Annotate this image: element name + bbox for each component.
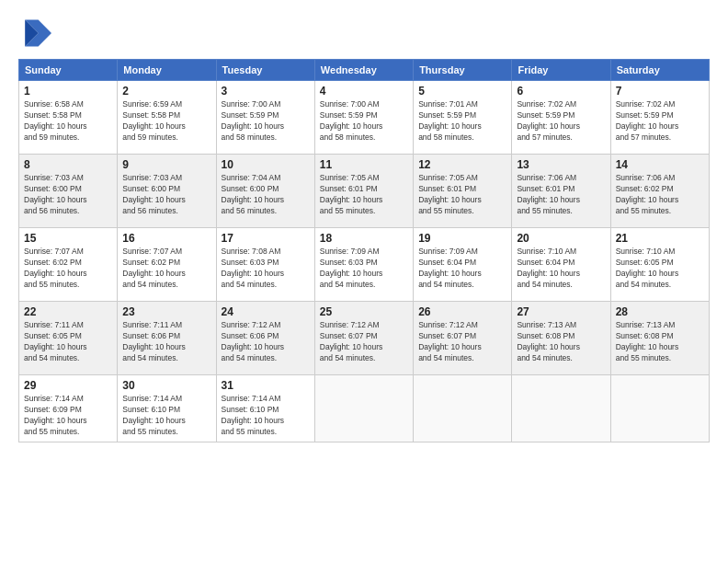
day-cell: 10Sunrise: 7:04 AM Sunset: 6:00 PM Dayli…: [216, 155, 314, 228]
day-cell: 31Sunrise: 7:14 AM Sunset: 6:10 PM Dayli…: [216, 375, 314, 442]
day-number: 25: [320, 305, 408, 318]
week-row-2: 8Sunrise: 7:03 AM Sunset: 6:00 PM Daylig…: [19, 155, 710, 228]
day-cell: 18Sunrise: 7:09 AM Sunset: 6:03 PM Dayli…: [314, 228, 413, 302]
day-cell: 6Sunrise: 7:02 AM Sunset: 5:59 PM Daylig…: [512, 81, 610, 155]
page: SundayMondayTuesdayWednesdayThursdayFrid…: [0, 0, 728, 563]
day-info: Sunrise: 7:00 AM Sunset: 5:59 PM Dayligh…: [320, 99, 408, 144]
day-info: Sunrise: 7:11 AM Sunset: 6:05 PM Dayligh…: [24, 320, 112, 364]
day-info: Sunrise: 7:03 AM Sunset: 6:00 PM Dayligh…: [24, 173, 112, 217]
day-info: Sunrise: 7:10 AM Sunset: 6:04 PM Dayligh…: [517, 247, 605, 291]
day-info: Sunrise: 7:06 AM Sunset: 6:02 PM Dayligh…: [616, 173, 704, 217]
day-info: Sunrise: 7:04 AM Sunset: 6:00 PM Dayligh…: [222, 173, 310, 217]
day-number: 5: [418, 85, 506, 98]
day-cell: [610, 375, 709, 442]
calendar: SundayMondayTuesdayWednesdayThursdayFrid…: [18, 59, 710, 442]
day-number: 20: [517, 232, 605, 245]
day-number: 21: [616, 232, 704, 245]
day-info: Sunrise: 7:09 AM Sunset: 6:03 PM Dayligh…: [320, 247, 408, 291]
day-of-week-sunday: Sunday: [19, 60, 118, 81]
week-row-3: 15Sunrise: 7:07 AM Sunset: 6:02 PM Dayli…: [19, 228, 710, 302]
day-number: 1: [24, 85, 112, 98]
day-of-week-monday: Monday: [118, 60, 216, 81]
day-cell: 13Sunrise: 7:06 AM Sunset: 6:01 PM Dayli…: [512, 155, 610, 228]
day-number: 15: [24, 232, 112, 245]
day-cell: 14Sunrise: 7:06 AM Sunset: 6:02 PM Dayli…: [610, 155, 709, 228]
day-info: Sunrise: 7:07 AM Sunset: 6:02 PM Dayligh…: [24, 247, 112, 291]
day-number: 24: [222, 305, 310, 318]
day-cell: 24Sunrise: 7:12 AM Sunset: 6:06 PM Dayli…: [216, 302, 314, 375]
day-cell: [414, 375, 512, 442]
day-cell: 20Sunrise: 7:10 AM Sunset: 6:04 PM Dayli…: [512, 228, 610, 302]
day-cell: [314, 375, 413, 442]
day-info: Sunrise: 7:01 AM Sunset: 5:59 PM Dayligh…: [418, 99, 506, 144]
day-number: 9: [122, 158, 210, 171]
day-number: 19: [418, 232, 506, 245]
day-of-week-wednesday: Wednesday: [314, 60, 413, 81]
week-row-1: 1Sunrise: 6:58 AM Sunset: 5:58 PM Daylig…: [19, 81, 710, 155]
day-cell: 1Sunrise: 6:58 AM Sunset: 5:58 PM Daylig…: [19, 81, 118, 155]
day-cell: 2Sunrise: 6:59 AM Sunset: 5:58 PM Daylig…: [118, 81, 216, 155]
day-cell: 7Sunrise: 7:02 AM Sunset: 5:59 PM Daylig…: [610, 81, 709, 155]
day-number: 31: [222, 379, 310, 392]
day-info: Sunrise: 7:13 AM Sunset: 6:08 PM Dayligh…: [616, 320, 704, 364]
header-row: SundayMondayTuesdayWednesdayThursdayFrid…: [19, 60, 710, 81]
day-info: Sunrise: 7:00 AM Sunset: 5:59 PM Dayligh…: [222, 99, 310, 144]
day-number: 18: [320, 232, 408, 245]
day-info: Sunrise: 7:02 AM Sunset: 5:59 PM Dayligh…: [616, 99, 704, 144]
week-row-5: 29Sunrise: 7:14 AM Sunset: 6:09 PM Dayli…: [19, 375, 710, 442]
day-cell: 27Sunrise: 7:13 AM Sunset: 6:08 PM Dayli…: [512, 302, 610, 375]
day-number: 6: [517, 85, 605, 98]
day-info: Sunrise: 7:14 AM Sunset: 6:09 PM Dayligh…: [24, 394, 112, 438]
day-cell: 23Sunrise: 7:11 AM Sunset: 6:06 PM Dayli…: [118, 302, 216, 375]
day-cell: 17Sunrise: 7:08 AM Sunset: 6:03 PM Dayli…: [216, 228, 314, 302]
day-info: Sunrise: 7:08 AM Sunset: 6:03 PM Dayligh…: [222, 247, 310, 291]
day-number: 26: [418, 305, 506, 318]
day-info: Sunrise: 7:05 AM Sunset: 6:01 PM Dayligh…: [320, 173, 408, 217]
day-info: Sunrise: 7:09 AM Sunset: 6:04 PM Dayligh…: [418, 247, 506, 291]
day-number: 13: [517, 158, 605, 171]
day-info: Sunrise: 7:12 AM Sunset: 6:06 PM Dayligh…: [222, 320, 310, 364]
day-cell: 21Sunrise: 7:10 AM Sunset: 6:05 PM Dayli…: [610, 228, 709, 302]
day-cell: 19Sunrise: 7:09 AM Sunset: 6:04 PM Dayli…: [414, 228, 512, 302]
day-cell: 8Sunrise: 7:03 AM Sunset: 6:00 PM Daylig…: [19, 155, 118, 228]
day-cell: 25Sunrise: 7:12 AM Sunset: 6:07 PM Dayli…: [314, 302, 413, 375]
day-cell: 16Sunrise: 7:07 AM Sunset: 6:02 PM Dayli…: [118, 228, 216, 302]
day-cell: 26Sunrise: 7:12 AM Sunset: 6:07 PM Dayli…: [414, 302, 512, 375]
day-cell: 29Sunrise: 7:14 AM Sunset: 6:09 PM Dayli…: [19, 375, 118, 442]
day-info: Sunrise: 7:11 AM Sunset: 6:06 PM Dayligh…: [122, 320, 210, 364]
day-number: 30: [122, 379, 210, 392]
day-info: Sunrise: 6:58 AM Sunset: 5:58 PM Dayligh…: [24, 99, 112, 144]
day-number: 12: [418, 158, 506, 171]
logo-icon: [18, 17, 51, 50]
day-info: Sunrise: 7:13 AM Sunset: 6:08 PM Dayligh…: [517, 320, 605, 364]
header: [18, 17, 710, 50]
day-number: 7: [616, 85, 704, 98]
day-cell: 3Sunrise: 7:00 AM Sunset: 5:59 PM Daylig…: [216, 81, 314, 155]
week-row-4: 22Sunrise: 7:11 AM Sunset: 6:05 PM Dayli…: [19, 302, 710, 375]
day-cell: 22Sunrise: 7:11 AM Sunset: 6:05 PM Dayli…: [19, 302, 118, 375]
day-info: Sunrise: 7:12 AM Sunset: 6:07 PM Dayligh…: [418, 320, 506, 364]
day-cell: 4Sunrise: 7:00 AM Sunset: 5:59 PM Daylig…: [314, 81, 413, 155]
day-number: 11: [320, 158, 408, 171]
day-info: Sunrise: 7:10 AM Sunset: 6:05 PM Dayligh…: [616, 247, 704, 291]
day-cell: 11Sunrise: 7:05 AM Sunset: 6:01 PM Dayli…: [314, 155, 413, 228]
day-number: 3: [222, 85, 310, 98]
day-info: Sunrise: 6:59 AM Sunset: 5:58 PM Dayligh…: [122, 99, 210, 144]
day-of-week-saturday: Saturday: [610, 60, 709, 81]
day-of-week-tuesday: Tuesday: [216, 60, 314, 81]
day-info: Sunrise: 7:06 AM Sunset: 6:01 PM Dayligh…: [517, 173, 605, 217]
day-of-week-friday: Friday: [512, 60, 610, 81]
day-info: Sunrise: 7:03 AM Sunset: 6:00 PM Dayligh…: [122, 173, 210, 217]
day-cell: 12Sunrise: 7:05 AM Sunset: 6:01 PM Dayli…: [414, 155, 512, 228]
day-cell: 9Sunrise: 7:03 AM Sunset: 6:00 PM Daylig…: [118, 155, 216, 228]
day-info: Sunrise: 7:14 AM Sunset: 6:10 PM Dayligh…: [122, 394, 210, 438]
logo: [18, 17, 55, 50]
day-cell: 28Sunrise: 7:13 AM Sunset: 6:08 PM Dayli…: [610, 302, 709, 375]
day-number: 14: [616, 158, 704, 171]
day-number: 2: [122, 85, 210, 98]
day-number: 16: [122, 232, 210, 245]
day-number: 27: [517, 305, 605, 318]
day-cell: [512, 375, 610, 442]
day-number: 17: [222, 232, 310, 245]
day-number: 10: [222, 158, 310, 171]
